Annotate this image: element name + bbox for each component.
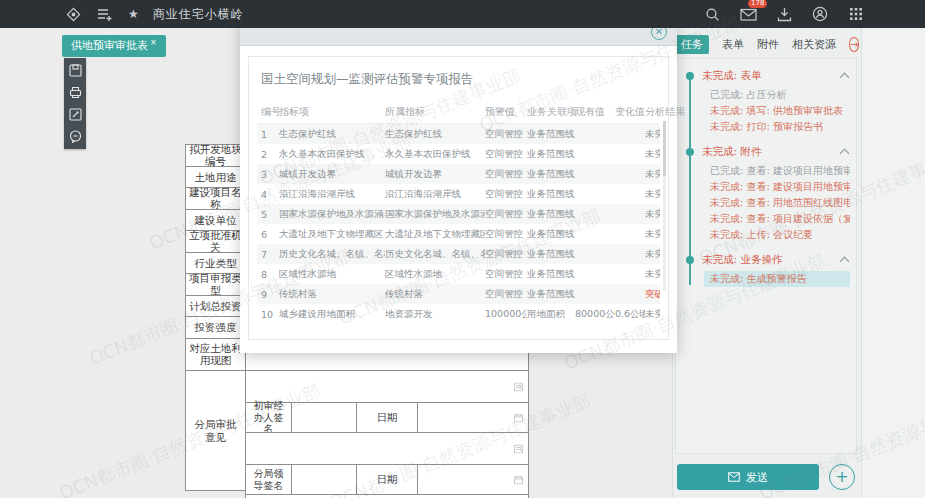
task-item[interactable]: 未完成: 上传: 会议纪要 [710, 227, 850, 243]
table-cell: 沿江沿海沿湖岸线 [279, 188, 385, 201]
task-group-title: 未完成: 业务操作 [702, 253, 782, 267]
table-row[interactable]: 4沿江沿海沿湖岸线沿江沿海沿湖岸线空间管控业务范围线未突破 [257, 184, 660, 204]
table-cell: 传统村落 [385, 288, 485, 301]
forward-arrow-icon[interactable]: → [849, 37, 859, 52]
table-row[interactable]: 7历史文化名城、名镇、名村历史文化名城、名镇、名村空间管控业务范围线未突破 [257, 244, 660, 264]
search-icon[interactable] [703, 5, 721, 23]
table-cell: 空间管控 [485, 168, 527, 181]
table-row[interactable]: 10城乡建设用地面积地资源开发100000公顷用地面积80000公顷0.6公顷未… [257, 304, 660, 324]
table-cell: 未突破 [645, 248, 660, 261]
report-col-header: 指标项 [279, 105, 385, 119]
tab-supply-preapproval-form[interactable]: 供地预审审批表× [62, 35, 166, 57]
modal-content: 国土空间规划—监测评估预警专项报告 编号指标项所属指标预警值业务关联项现有值变化… [248, 56, 669, 340]
task-panel: 任务表单附件相关资源→ 未完成: 表单已完成: 占压分析未完成: 填写: 供地预… [672, 28, 862, 498]
send-envelope-icon [728, 472, 740, 482]
form-date-input[interactable] [417, 464, 529, 495]
task-group-header[interactable]: 未完成: 表单 [702, 69, 848, 83]
form-label-cell: 立项批准机关 [185, 230, 246, 253]
table-row[interactable]: 5国家水源保护地及水源涵养区国家水源保护地及水源涵养区空间管控业务范围线未突破 [257, 204, 660, 224]
task-item-label: 未完成: 打印: 预审报告书 [710, 120, 823, 134]
form-opinion-cell[interactable] [245, 494, 529, 498]
task-item[interactable]: 未完成: 打印: 预审报告书 [710, 119, 850, 135]
tab-item[interactable]: 表单 [722, 37, 744, 52]
table-row[interactable]: 2永久基本农田保护线永久基本农田保护线空间管控业务范围线未突破 [257, 144, 660, 164]
seal-icon [514, 444, 523, 453]
form-label-cell: 行业类型 [185, 252, 246, 275]
form-label-cell: 对应土地利用现图 [185, 338, 246, 371]
collapse-chevron-icon[interactable] [840, 73, 850, 83]
apps-grid-icon[interactable] [847, 5, 865, 23]
send-label: 发送 [746, 470, 768, 485]
task-item[interactable]: 已完成: 查看: 建设项目用地预审申请表... [710, 163, 850, 179]
task-item[interactable]: 未完成: 查看: 用地范围红线图电子光盘 [710, 195, 850, 211]
table-row[interactable]: 8区域性水源地区域性水源地空间管控业务范围线未突破 [257, 264, 660, 284]
task-item[interactable]: 未完成: 填写: 供地预审审批表 [710, 103, 850, 119]
task-item[interactable]: 未完成: 查看: 建设项目用地预审申请报... [710, 179, 850, 195]
form-opinion-cell[interactable] [245, 370, 529, 403]
tab-tasks-active[interactable]: 任务 [675, 35, 709, 54]
table-cell: 永久基本农田保护线 [385, 148, 485, 161]
table-row[interactable]: 1生态保护红线生态保护红线空间管控业务范围线未突破 [257, 124, 660, 144]
task-item[interactable]: 已完成: 占压分析 [710, 87, 850, 103]
task-item[interactable]: 未完成: 生成预警报告 [704, 271, 850, 287]
table-cell: 传统村落 [279, 288, 385, 301]
collapse-chevron-icon[interactable] [840, 257, 850, 267]
seal-icon [514, 382, 523, 391]
save-icon[interactable] [68, 63, 83, 78]
table-cell: 未突破 [645, 128, 660, 141]
report-col-header: 业务关联项 [527, 105, 575, 119]
table-cell: 地资源开发 [385, 308, 485, 321]
print-icon[interactable] [68, 85, 83, 100]
table-cell: 大遗址及地下文物埋藏区 [385, 228, 485, 241]
menu-add-icon[interactable] [96, 5, 114, 23]
tab-close-icon[interactable]: × [150, 38, 157, 47]
table-cell: 1 [257, 129, 279, 140]
table-cell: 沿江沿海沿湖岸线 [385, 188, 485, 201]
calendar-icon [514, 475, 523, 484]
download-icon[interactable] [775, 5, 793, 23]
edit-icon[interactable] [68, 107, 83, 122]
panel-footer: 发送 + [673, 464, 863, 490]
table-cell: 空间管控 [485, 268, 527, 281]
collapse-chevron-icon[interactable] [840, 149, 850, 159]
form-label-cell: 建设单位 [185, 209, 246, 232]
table-row[interactable]: 9传统村落传统村落空间管控业务范围线突破 [257, 284, 660, 304]
tab-item[interactable]: 附件 [757, 37, 779, 52]
doc-toolbar [64, 58, 86, 149]
group-bullet-icon [686, 256, 694, 264]
table-cell: 突破 [645, 288, 660, 301]
table-cell: 生态保护红线 [385, 128, 485, 141]
table-row[interactable]: 6大遗址及地下文物埋藏区大遗址及地下文物埋藏区空间管控业务范围线未突破 [257, 224, 660, 244]
table-cell: 国家水源保护地及水源涵养区 [385, 208, 485, 221]
form-sign-label: 分局领导签名 [245, 464, 292, 495]
app-logo-icon[interactable] [64, 5, 82, 23]
send-button[interactable]: 发送 [677, 464, 819, 490]
task-item-label: 已完成: 占压分析 [710, 88, 787, 102]
task-item-label: 已完成: 查看: 建设项目用地预审申请表... [710, 164, 850, 178]
add-button[interactable]: + [829, 464, 855, 490]
form-opinion-cell[interactable] [245, 432, 529, 465]
table-scrollbar[interactable] [663, 121, 666, 291]
table-row[interactable]: 3城镇开发边界城镇开发边界空间管控业务范围线未突破 [257, 164, 660, 184]
task-group-header[interactable]: 未完成: 业务操作 [702, 253, 848, 267]
table-cell: 未突破 [645, 208, 660, 221]
table-cell: 2 [257, 149, 279, 160]
mail-icon[interactable]: 178 [739, 5, 757, 23]
form-label-cell: 建设项目名称 [185, 187, 246, 210]
favorite-star-icon[interactable]: ★ [128, 7, 139, 21]
task-group-header[interactable]: 未完成: 附件 [702, 145, 848, 159]
form-sign-input[interactable] [291, 464, 357, 495]
tab-item[interactable]: 相关资源 [792, 37, 836, 52]
form-label-cell: 项目申报类型 [185, 273, 246, 296]
task-group-title: 未完成: 表单 [702, 69, 761, 83]
user-icon[interactable] [811, 5, 829, 23]
table-cell: 大遗址及地下文物埋藏区 [279, 228, 385, 241]
task-item[interactable]: 未完成: 查看: 项目建设依据（复印件） [710, 211, 850, 227]
project-title: 商业住宅小横岭 [153, 6, 244, 23]
comment-icon[interactable] [68, 129, 83, 144]
table-cell: 空间管控 [485, 148, 527, 161]
form-date-input[interactable] [417, 402, 529, 433]
form-sign-input[interactable] [291, 402, 357, 433]
report-table-body: 1生态保护红线生态保护红线空间管控业务范围线未突破2永久基本农田保护线永久基本农… [257, 124, 660, 324]
form-label-cell: 投资强度 [185, 316, 246, 339]
